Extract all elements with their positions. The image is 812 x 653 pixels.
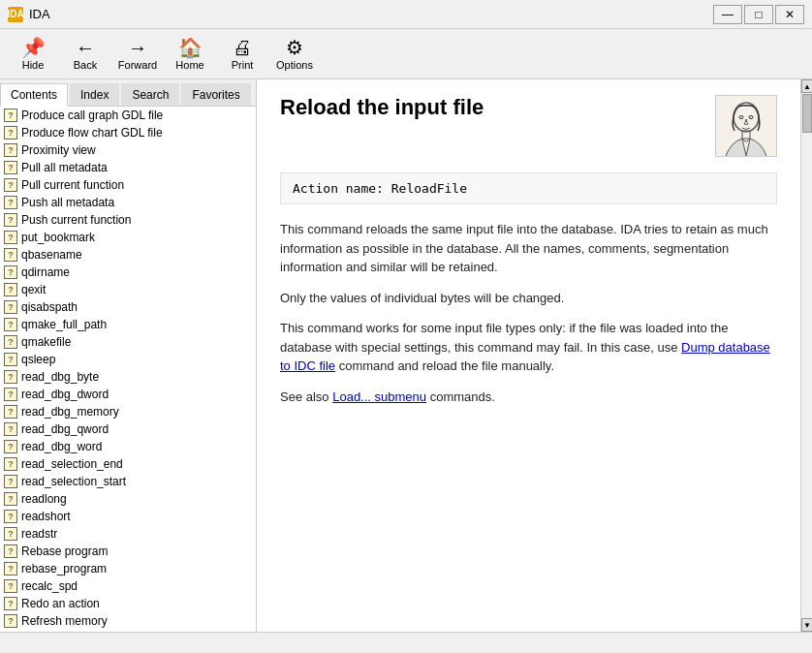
- help-icon: ?: [4, 178, 17, 192]
- help-icon: ?: [4, 335, 17, 349]
- status-bar: [0, 632, 812, 653]
- options-icon: ⚙: [286, 38, 303, 57]
- right-scrollbar[interactable]: ▲ ▼: [800, 79, 812, 632]
- print-label: Print: [232, 59, 254, 71]
- forward-label: Forward: [118, 59, 157, 71]
- list-item[interactable]: ? read_selection_end: [0, 455, 256, 473]
- list-item[interactable]: ? put_bookmark: [0, 229, 256, 246]
- list-item[interactable]: ? Push current function: [0, 211, 256, 229]
- content-para-3: This command works for some input file t…: [280, 319, 777, 376]
- back-label: Back: [74, 59, 97, 71]
- list-item[interactable]: ? qexit: [0, 281, 256, 298]
- help-icon: ?: [4, 109, 17, 122]
- print-icon: 🖨: [233, 38, 252, 57]
- help-icon: ?: [4, 161, 17, 174]
- tab-favorites[interactable]: Favorites: [181, 83, 250, 106]
- help-icon: ?: [4, 388, 17, 401]
- help-icon: ?: [4, 370, 17, 384]
- list-area: ? Produce call graph GDL file ? Produce …: [0, 107, 256, 632]
- list-item[interactable]: ? read_dbg_dword: [0, 386, 256, 403]
- help-icon: ?: [4, 196, 17, 209]
- forward-icon: →: [128, 38, 147, 57]
- help-icon: ?: [4, 492, 17, 506]
- tab-bar: Contents Index Search Favorites: [0, 79, 256, 107]
- close-button[interactable]: ✕: [775, 5, 804, 24]
- minimize-button[interactable]: —: [713, 5, 742, 24]
- list-item[interactable]: ? qisabspath: [0, 298, 256, 316]
- list-item[interactable]: ? Pull current function: [0, 176, 256, 194]
- list-item[interactable]: ? qmake_full_path: [0, 316, 256, 333]
- list-item[interactable]: ? readstr: [0, 525, 256, 543]
- list-item[interactable]: ? readshort: [0, 508, 256, 525]
- hide-button[interactable]: 📌 Hide: [8, 33, 58, 76]
- list-item[interactable]: ? Produce flow chart GDL file: [0, 124, 256, 141]
- list-item[interactable]: ? Refresh memory: [0, 612, 256, 630]
- list-item[interactable]: ? recalc_spd: [0, 577, 256, 595]
- list-item[interactable]: ? rebase_program: [0, 560, 256, 577]
- back-icon: ←: [76, 38, 95, 57]
- content-area[interactable]: Reload the input file: [257, 79, 800, 632]
- tab-contents[interactable]: Contents: [0, 83, 68, 107]
- window-title: IDA: [29, 7, 50, 21]
- list-item[interactable]: ? Refresh Screen: [0, 630, 256, 632]
- list-scroll[interactable]: ? Produce call graph GDL file ? Produce …: [0, 107, 256, 632]
- content-para-1: This command reloads the same input file…: [280, 220, 777, 277]
- help-icon: ?: [4, 126, 17, 140]
- forward-button[interactable]: → Forward: [112, 33, 163, 76]
- list-item[interactable]: ? Push all metadata: [0, 194, 256, 211]
- toolbar: 📌 Hide ← Back → Forward 🏠 Home 🖨 Print ⚙…: [0, 29, 812, 79]
- list-item[interactable]: ? qbasename: [0, 246, 256, 264]
- home-button[interactable]: 🏠 Home: [165, 33, 215, 76]
- app-icon: IDA: [8, 7, 23, 22]
- title-controls: — □ ✕: [713, 5, 804, 24]
- help-icon: ?: [4, 544, 17, 558]
- title-bar: IDA IDA — □ ✕: [0, 0, 812, 29]
- content-para-2: Only the values of individual bytes will…: [280, 289, 777, 308]
- tab-search[interactable]: Search: [121, 83, 179, 106]
- list-item[interactable]: ? Proximity view: [0, 141, 256, 159]
- list-item[interactable]: ? qdirname: [0, 264, 256, 281]
- list-item[interactable]: ? qsleep: [0, 351, 256, 368]
- list-item[interactable]: ? read_selection_start: [0, 473, 256, 490]
- back-button[interactable]: ← Back: [60, 33, 110, 76]
- list-item[interactable]: ? Pull all metadata: [0, 159, 256, 176]
- help-icon: ?: [4, 510, 17, 523]
- load-submenu-link[interactable]: Load... submenu: [332, 389, 426, 404]
- home-icon: 🏠: [178, 38, 203, 57]
- help-icon: ?: [4, 143, 17, 157]
- help-icon: ?: [4, 457, 17, 471]
- content-para-4: See also Load... submenu commands.: [280, 388, 777, 407]
- code-block: Action name: ReloadFile: [280, 172, 777, 204]
- maximize-button[interactable]: □: [744, 5, 773, 24]
- help-icon: ?: [4, 527, 17, 541]
- help-icon: ?: [4, 248, 17, 262]
- dump-database-link[interactable]: Dump database to IDC file: [280, 340, 770, 374]
- help-icon: ?: [4, 422, 17, 436]
- list-item[interactable]: ? read_dbg_qword: [0, 420, 256, 438]
- hide-label: Hide: [22, 59, 45, 71]
- hide-icon: 📌: [21, 38, 46, 57]
- list-item[interactable]: ? read_dbg_byte: [0, 368, 256, 386]
- options-button[interactable]: ⚙ Options: [269, 33, 320, 76]
- scroll-up-arrow[interactable]: ▲: [801, 79, 812, 93]
- content-title: Reload the input file: [280, 95, 484, 120]
- list-item[interactable]: ? qmakefile: [0, 333, 256, 351]
- help-icon: ?: [4, 300, 17, 314]
- tab-index[interactable]: Index: [70, 83, 119, 106]
- help-icon: ?: [4, 283, 17, 296]
- help-icon: ?: [4, 231, 17, 244]
- print-button[interactable]: 🖨 Print: [217, 33, 267, 76]
- scroll-down-arrow[interactable]: ▼: [801, 618, 812, 632]
- help-icon: ?: [4, 213, 17, 227]
- list-item[interactable]: ? read_dbg_word: [0, 438, 256, 455]
- list-item[interactable]: ? Redo an action: [0, 595, 256, 612]
- list-item[interactable]: ? read_dbg_memory: [0, 403, 256, 420]
- help-icon: ?: [4, 353, 17, 366]
- scroll-thumb[interactable]: [802, 94, 812, 133]
- home-label: Home: [175, 59, 203, 71]
- list-item[interactable]: ? Produce call graph GDL file: [0, 107, 256, 124]
- help-icon: ?: [4, 405, 17, 419]
- list-item[interactable]: ? readlong: [0, 490, 256, 508]
- title-bar-left: IDA IDA: [8, 7, 50, 22]
- list-item[interactable]: ? Rebase program: [0, 543, 256, 560]
